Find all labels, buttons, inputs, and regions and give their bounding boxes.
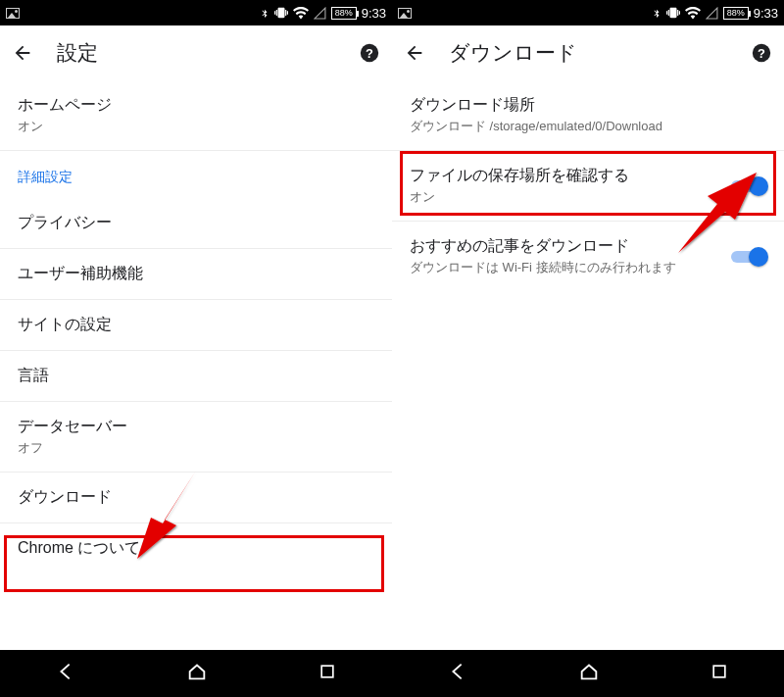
sub-suggested-articles: ダウンロードは Wi-Fi 接続時にのみ行われます (410, 259, 721, 276)
label-confirm-location: ファイルの保存場所を確認する (410, 166, 721, 186)
sub-confirm-location: オン (410, 188, 721, 206)
bluetooth-icon (652, 6, 662, 20)
help-icon[interactable]: ? (359, 42, 380, 64)
row-about-chrome[interactable]: Chrome について (0, 523, 392, 573)
battery-icon: 88% (723, 7, 749, 20)
battery-percent: 88% (727, 8, 745, 18)
phone-right-download: 88% 9:33 ダウンロード ? ダウンロード場所 ダウンロード /stora… (392, 0, 784, 697)
svg-rect-3 (321, 666, 333, 677)
nav-recent-icon[interactable] (318, 662, 337, 685)
row-languages[interactable]: 言語 (0, 351, 392, 402)
vibrate-icon (666, 6, 680, 20)
wifi-icon (685, 7, 701, 20)
label-download: ダウンロード (18, 487, 374, 508)
svg-rect-7 (713, 666, 725, 677)
section-advanced: 詳細設定 (0, 151, 392, 198)
label-languages: 言語 (18, 366, 374, 386)
sub-data-saver: オフ (18, 439, 374, 457)
back-icon[interactable] (12, 42, 33, 64)
toggle-confirm-location[interactable] (731, 176, 766, 196)
help-icon[interactable]: ? (751, 42, 772, 64)
wifi-icon (293, 7, 309, 20)
row-suggested-articles[interactable]: おすすめの記事をダウンロード ダウンロードは Wi-Fi 接続時にのみ行われます (392, 222, 784, 291)
row-data-saver[interactable]: データセーバー オフ (0, 402, 392, 473)
back-icon[interactable] (404, 42, 425, 64)
label-download-location: ダウンロード場所 (410, 95, 766, 116)
sub-homepage: オン (18, 118, 374, 135)
phone-left-settings: 88% 9:33 設定 ? ホームページ オン 詳細設定 プライバシー (0, 0, 392, 697)
clock: 9:33 (754, 6, 778, 21)
label-advanced: 詳細設定 (18, 169, 374, 186)
android-nav-bar (392, 650, 784, 697)
label-homepage: ホームページ (18, 95, 374, 116)
app-bar: ダウンロード ? (392, 25, 784, 80)
vibrate-icon (274, 6, 288, 20)
nav-home-icon[interactable] (578, 661, 600, 686)
toggle-suggested-articles[interactable] (731, 247, 766, 267)
clock: 9:33 (362, 6, 386, 21)
signal-icon (314, 7, 326, 20)
battery-percent: 88% (335, 8, 353, 18)
photo-icon (398, 8, 412, 19)
photo-icon (6, 8, 20, 19)
app-bar: 設定 ? (0, 25, 392, 80)
svg-text:?: ? (758, 46, 765, 61)
label-suggested-articles: おすすめの記事をダウンロード (410, 236, 721, 257)
page-title: ダウンロード (449, 39, 577, 67)
android-nav-bar (0, 650, 392, 697)
signal-icon (706, 7, 718, 20)
row-site-settings[interactable]: サイトの設定 (0, 300, 392, 351)
row-confirm-location[interactable]: ファイルの保存場所を確認する オン (392, 151, 784, 222)
download-settings-list: ダウンロード場所 ダウンロード /storage/emulated/0/Down… (392, 80, 784, 650)
label-accessibility: ユーザー補助機能 (18, 264, 374, 284)
settings-list: ホームページ オン 詳細設定 プライバシー ユーザー補助機能 サイトの設定 言語… (0, 80, 392, 650)
label-data-saver: データセーバー (18, 417, 374, 437)
label-about-chrome: Chrome について (18, 538, 374, 559)
label-site-settings: サイトの設定 (18, 315, 374, 335)
row-homepage[interactable]: ホームページ オン (0, 80, 392, 151)
nav-recent-icon[interactable] (710, 662, 729, 685)
row-accessibility[interactable]: ユーザー補助機能 (0, 249, 392, 300)
row-download[interactable]: ダウンロード (0, 473, 392, 523)
svg-text:?: ? (366, 46, 373, 61)
sub-download-location: ダウンロード /storage/emulated/0/Download (410, 118, 766, 135)
status-bar: 88% 9:33 (392, 0, 784, 25)
bluetooth-icon (260, 6, 270, 20)
row-download-location[interactable]: ダウンロード場所 ダウンロード /storage/emulated/0/Down… (392, 80, 784, 151)
nav-home-icon[interactable] (186, 661, 208, 686)
nav-back-icon[interactable] (55, 661, 76, 686)
row-privacy[interactable]: プライバシー (0, 198, 392, 249)
status-bar: 88% 9:33 (0, 0, 392, 25)
battery-icon: 88% (331, 7, 357, 20)
page-title: 設定 (57, 39, 98, 67)
nav-back-icon[interactable] (447, 661, 468, 686)
label-privacy: プライバシー (18, 213, 374, 233)
